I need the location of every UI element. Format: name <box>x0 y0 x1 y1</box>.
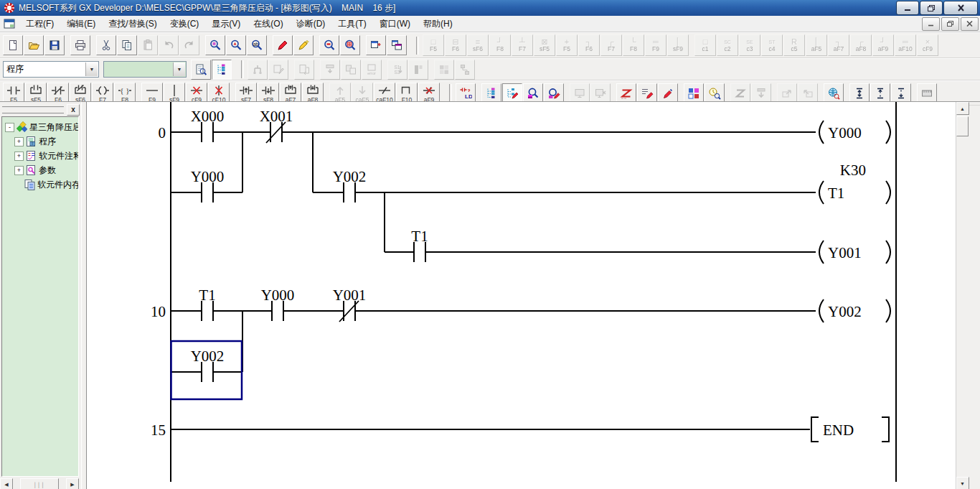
comment-display-button[interactable] <box>849 83 870 103</box>
menu-item-10[interactable]: 帮助(H) <box>417 17 459 31</box>
statement-display-button[interactable] <box>870 83 890 103</box>
ladder-vscrollbar[interactable]: ▲ ▼ <box>956 102 969 489</box>
ladder-edit-button[interactable] <box>637 83 657 103</box>
horizontal-line-button[interactable]: F9 <box>141 83 163 104</box>
device-test-button[interactable] <box>293 35 314 55</box>
sidebar-item-project-root[interactable]: -星三角降压启动 <box>2 120 78 134</box>
parallel-open-contact-button[interactable]: sF5 <box>25 83 47 104</box>
note-display-button[interactable] <box>891 83 911 103</box>
sampling-trace-button[interactable] <box>824 83 844 103</box>
sfc-F6-button: ┐F6 <box>578 34 600 56</box>
menu-item-2[interactable]: 编辑(E) <box>60 17 102 31</box>
tree-expander-icon[interactable]: + <box>14 137 24 146</box>
sfc-aF7-button: ┐aF7 <box>828 34 849 56</box>
closed-contact-button[interactable]: F6 <box>47 83 69 104</box>
menu-item-4[interactable]: 变换(C) <box>164 17 206 31</box>
print-button[interactable] <box>70 35 90 55</box>
menu-item-1[interactable]: 工程(F) <box>19 17 60 31</box>
menu-item-9[interactable]: 窗口(W) <box>373 17 417 31</box>
close-button[interactable] <box>943 1 978 15</box>
parallel-rising-pulse-button[interactable]: aF7 <box>280 83 301 104</box>
scroll-down-icon[interactable]: ▼ <box>956 477 969 489</box>
zoom-increase-button[interactable] <box>340 35 360 55</box>
rising-pulse-button[interactable]: sF7 <box>235 83 257 104</box>
display-scale-button[interactable] <box>917 83 937 103</box>
vscroll-thumb[interactable] <box>956 116 969 136</box>
sidebar-hscrollbar[interactable]: ◀ │││ ▶ <box>0 478 79 489</box>
entry-data-monitor-button[interactable] <box>705 83 725 103</box>
chevron-down-icon[interactable]: ▼ <box>173 62 185 76</box>
delete-horizontal-line-button[interactable]: cF9 <box>186 83 207 104</box>
svg-text:LD: LD <box>465 93 472 100</box>
scroll-left-icon[interactable]: ◀ <box>0 478 13 489</box>
comment-edit-button[interactable] <box>658 83 678 103</box>
mdi-close-button[interactable] <box>961 17 979 31</box>
menu-item-7[interactable]: 诊断(D) <box>290 17 332 31</box>
open-contact-button[interactable]: F5 <box>3 83 24 104</box>
scroll-right-icon[interactable]: ▶ <box>66 478 79 489</box>
delete-line-button[interactable]: aF9 <box>418 83 440 104</box>
hscroll-thumb[interactable]: │││ <box>20 478 59 489</box>
svg-text:Y000: Y000 <box>261 287 295 304</box>
ladder-write-mode-button[interactable] <box>273 35 293 55</box>
project-tree-toggle-button[interactable] <box>212 60 232 80</box>
mdi-restore-button[interactable] <box>941 17 959 31</box>
tree-expander-icon[interactable]: + <box>14 152 24 161</box>
copy-button[interactable] <box>117 35 137 55</box>
sidebar-item-tree-device-memory[interactable]: 软元件内存 <box>2 177 78 192</box>
svg-text:{ }: { } <box>120 86 129 95</box>
invert-result-button[interactable]: caF10 <box>374 83 395 104</box>
find-string-button[interactable]: ab <box>247 35 267 55</box>
scroll-up-icon[interactable]: ▲ <box>956 102 969 115</box>
standard-toolbar: ab □F5⊟F6≡sF6┘F8┴F7⊠sF5+F5┐F6┌F7└F8═F9│s… <box>0 32 980 58</box>
tree-edit-mode-button[interactable] <box>502 83 522 103</box>
project-tree-button[interactable] <box>481 83 501 103</box>
new-project-button[interactable] <box>3 35 23 55</box>
sidebar-item-tree-parameter[interactable]: +参数 <box>2 163 78 177</box>
find-window-button[interactable] <box>523 83 543 103</box>
save-project-button[interactable] <box>44 35 65 55</box>
svg-text:Y001: Y001 <box>828 244 862 261</box>
sfc-F8-button: └F8 <box>623 34 644 56</box>
data-name-combo[interactable]: ▼ <box>103 61 187 78</box>
vertical-line-button[interactable]: sF9 <box>164 83 185 104</box>
convert-to-ladder-button[interactable]: LD <box>456 83 476 103</box>
sidebar-item-tree-program[interactable]: +程序 <box>2 134 78 149</box>
device-batch-button[interactable] <box>684 83 704 103</box>
sidebar-item-tree-device-comment[interactable]: +软元件注释 <box>2 149 78 163</box>
minimize-button[interactable] <box>896 1 919 15</box>
sidebar-close-icon[interactable]: x <box>67 104 80 116</box>
parallel-falling-pulse-button[interactable]: aF8 <box>302 83 324 104</box>
menu-item-5[interactable]: 显示(V) <box>205 17 247 31</box>
menu-item-3[interactable]: 查找/替换(S) <box>102 17 163 31</box>
split-window-button[interactable] <box>366 35 386 55</box>
zoom-decrease-button[interactable] <box>319 35 339 55</box>
find-device-button[interactable] <box>205 35 225 55</box>
open-project-button[interactable] <box>24 35 44 55</box>
sidebar-grip[interactable] <box>2 106 64 114</box>
application-instruction-button[interactable]: { }F8 <box>114 83 136 104</box>
scan-z-button <box>730 83 750 103</box>
write-mode-button[interactable] <box>616 83 636 103</box>
find-instruction-button[interactable] <box>226 35 246 55</box>
chevron-down-icon[interactable]: ▼ <box>85 62 98 76</box>
falling-pulse-button[interactable]: sF8 <box>258 83 279 104</box>
restore-button[interactable] <box>920 1 943 15</box>
mdi-minimize-button[interactable] <box>922 17 940 31</box>
tree-expander-icon[interactable]: - <box>5 123 14 132</box>
delete-vertical-line-button[interactable]: cF10 <box>208 83 230 104</box>
ladder-logic-test-button[interactable] <box>191 60 211 80</box>
coil-button[interactable]: F7 <box>92 83 113 104</box>
data-toolbar: 程序 ▼ ▼ errorS1S3 <box>0 58 980 80</box>
program-type-combo[interactable]: 程序 ▼ <box>3 61 99 78</box>
cut-button[interactable] <box>96 35 116 55</box>
ladder-editor-canvas[interactable]: X000X001Y000Y002T1T1Y000Y001Y002Y000T1K3… <box>87 102 956 489</box>
find-edit-window-button[interactable] <box>544 83 564 103</box>
project-data-list-button[interactable] <box>387 35 407 55</box>
draw-line-button[interactable]: F10 <box>396 83 418 104</box>
tree-program-icon <box>25 136 37 147</box>
parallel-closed-contact-button[interactable]: sF6 <box>70 83 91 104</box>
menu-item-6[interactable]: 在线(O) <box>247 17 289 31</box>
tree-expander-icon[interactable]: + <box>14 166 24 175</box>
menu-item-8[interactable]: 工具(T) <box>331 17 372 31</box>
